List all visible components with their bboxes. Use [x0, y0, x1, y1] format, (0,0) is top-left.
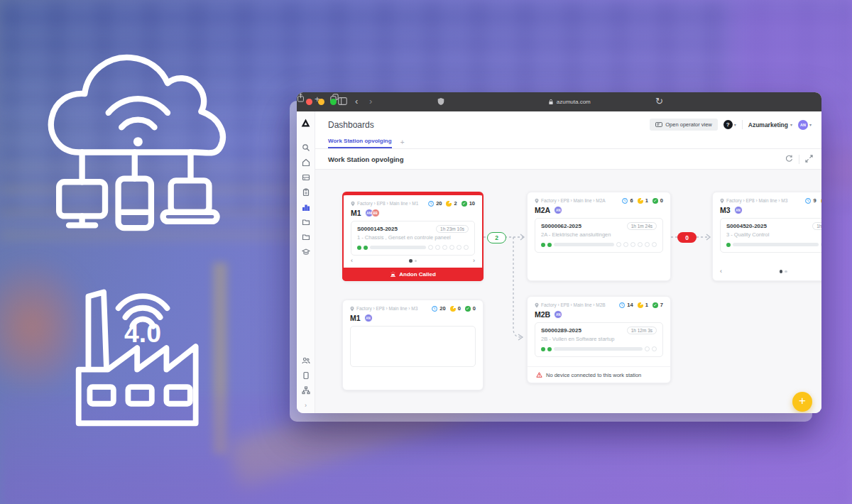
andon-called-banner: Andon Called: [342, 268, 484, 281]
carousel-prev-button[interactable]: ‹: [351, 258, 353, 264]
zoom-window-button[interactable]: [330, 99, 337, 105]
card-stats: 9 1 0: [805, 197, 821, 204]
sidebar-boards-icon[interactable]: [297, 170, 315, 185]
alarm-bell-icon: [390, 271, 396, 278]
add-widget-button[interactable]: +: [792, 392, 812, 412]
sidebar-toggle-icon[interactable]: [338, 97, 347, 106]
dashboard-tabs: Work Station opvolging +: [315, 134, 821, 149]
minimize-window-button[interactable]: [318, 99, 324, 105]
progress-circle-icon: [450, 306, 456, 312]
clock-icon: [619, 302, 625, 308]
close-window-button[interactable]: [306, 99, 312, 105]
sidebar-teams-icon[interactable]: [297, 353, 315, 368]
add-tab-button[interactable]: +: [400, 138, 405, 148]
order-number: S0004520-2025: [726, 223, 767, 229]
address-bar[interactable]: azumuta.com: [549, 97, 591, 106]
user-menu[interactable]: AN ▾: [798, 120, 812, 130]
empty-order-slot: [350, 326, 476, 367]
order-description: 3 - Quality Control: [726, 231, 821, 238]
card-breadcrumb: Factory › EP8 › Main line › M2A: [535, 198, 606, 204]
open-operator-view-button[interactable]: Open operator view: [650, 119, 717, 131]
sidebar-dashboards-icon[interactable]: [297, 199, 315, 214]
sidebar-devices-icon[interactable]: [297, 368, 315, 383]
sidebar-expand-chevron[interactable]: ›: [305, 402, 307, 409]
workstation-card-m2a[interactable]: Factory › EP8 › Main line › M2A 6 1 0: [527, 192, 671, 281]
avatar: BB: [371, 209, 380, 217]
sidebar-tasks-icon[interactable]: [297, 185, 315, 199]
fullscreen-icon[interactable]: [805, 153, 813, 165]
card-stats: 20 0 0: [432, 305, 476, 312]
order-carousel: ‹ ›: [720, 268, 821, 275]
avatar[interactable]: AN: [798, 120, 808, 130]
chevron-down-icon: ▾: [734, 122, 736, 127]
order-description: 2A - Elektrische aansluitingen: [541, 231, 657, 238]
order-number: S0000289-2025: [541, 327, 581, 334]
workstation-title: M2A: [535, 206, 550, 214]
page-title: Dashboards: [328, 120, 374, 130]
production-order[interactable]: S0004520-2025 1h 1m 5s 3 - Quality Contr…: [720, 218, 821, 253]
clock-icon: [432, 306, 437, 312]
order-duration: 1h 23m 10s: [436, 225, 469, 233]
order-number: S0000145-2025: [357, 226, 398, 232]
workstation-title: M1: [350, 314, 361, 322]
browser-titlebar: ‹ › azumuta.com ↻ +: [297, 92, 821, 111]
chevron-down-icon: ▾: [809, 122, 812, 127]
share-icon[interactable]: [297, 92, 305, 105]
production-order[interactable]: S0000062-2025 1h 1m 24s 2A - Elektrische…: [535, 218, 663, 253]
section-title: Work Station opvolging: [328, 155, 403, 163]
dashboard-canvas: 2 0 Factory › EP8 › Main line › M1 20: [315, 170, 821, 413]
carousel-next-button[interactable]: ›: [473, 258, 475, 264]
check-circle-icon: [462, 201, 467, 207]
no-device-warning: No device connected to this work station: [528, 366, 670, 383]
account-menu[interactable]: Azumarketing ▾: [748, 121, 792, 128]
avatar: AN: [554, 206, 562, 214]
order-description: 1 - Chassis , Genset en controle paneel: [357, 234, 469, 241]
sidebar-folder-icon[interactable]: [297, 214, 315, 229]
order-description: 2B - Vullen en Software startup: [541, 336, 657, 342]
azumuta-logo: [301, 117, 310, 130]
order-number: S0000062-2025: [541, 223, 581, 229]
workstation-title: M3: [720, 206, 731, 214]
reload-icon[interactable]: ↻: [655, 97, 663, 106]
forward-button[interactable]: ›: [369, 97, 372, 106]
back-button[interactable]: ‹: [355, 97, 358, 106]
connector-count-badge: 0: [677, 232, 697, 243]
card-breadcrumb: Factory › EP8 › Main line › M2B: [535, 302, 606, 308]
carousel-prev-button[interactable]: ‹: [720, 268, 722, 275]
order-progress: [726, 242, 821, 247]
operator-display-icon: [655, 122, 662, 128]
sidebar-home-icon[interactable]: [297, 155, 315, 170]
workstation-card-m1-b[interactable]: Factory › EP8 › Main line › M3 20 0 0: [342, 300, 484, 390]
card-stats: 20 2 10: [428, 200, 475, 207]
workstation-card-m2b[interactable]: Factory › EP8 › Main line › M2B 14 1 7: [527, 296, 671, 383]
help-menu[interactable]: ? ▾: [723, 120, 736, 129]
check-circle-icon: [652, 198, 658, 204]
production-order[interactable]: S0000289-2025 1h 12m 3s 2B - Vullen en S…: [535, 322, 663, 357]
tab-work-station-opvolging[interactable]: Work Station opvolging: [328, 138, 392, 148]
location-pin-icon: [720, 198, 724, 204]
order-duration: 1h 1m 5s: [812, 222, 821, 230]
sidebar-folder2-icon[interactable]: [297, 229, 315, 244]
sidebar-search-icon[interactable]: [297, 140, 315, 155]
order-progress: [541, 242, 657, 247]
sidebar-training-icon[interactable]: [297, 244, 315, 259]
workstation-title: M1: [351, 209, 361, 217]
refresh-icon[interactable]: [785, 153, 793, 165]
connector-count-badge: 2: [487, 232, 506, 243]
industry-4-0-label: 4.0: [124, 318, 161, 348]
progress-circle-icon: [638, 198, 643, 204]
workstation-card-m3[interactable]: Factory › EP8 › Main line › M3 9 1 0: [712, 192, 821, 281]
card-stats: 14 1 7: [619, 302, 663, 308]
app-header: Dashboards Open operator view ? ▾ Azumar…: [315, 111, 821, 134]
workstation-card-m1[interactable]: Factory › EP8 › Main line › M1 20 2 10: [342, 192, 484, 281]
sidebar-workflows-icon[interactable]: [297, 383, 315, 398]
app-sidebar: ›: [297, 111, 315, 413]
privacy-shield-icon[interactable]: [437, 97, 444, 107]
workstation-title: M2B: [535, 310, 550, 319]
traffic-lights[interactable]: [306, 99, 337, 105]
card-breadcrumb: Factory › EP8 › Main line › M1: [351, 201, 418, 207]
help-icon[interactable]: ?: [723, 120, 733, 129]
clock-icon: [805, 198, 811, 204]
production-order[interactable]: S0000145-2025 1h 23m 10s 1 - Chassis , G…: [351, 221, 475, 256]
clock-icon: [428, 201, 434, 207]
